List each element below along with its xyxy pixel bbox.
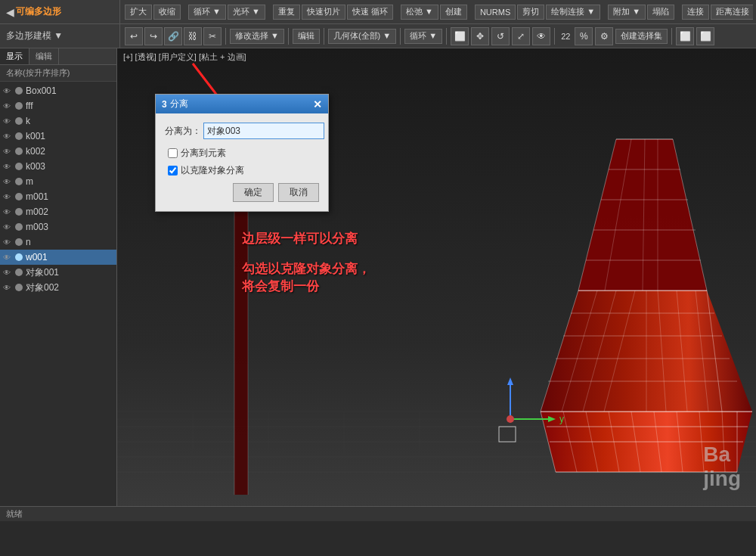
brand-back-icon[interactable]: ◀ (6, 6, 14, 18)
eye-icon[interactable]: 👁 (3, 223, 14, 231)
redo-icon[interactable]: ↪ (144, 27, 163, 45)
rotate-icon[interactable]: ↺ (491, 27, 510, 45)
list-item[interactable]: 👁k001 (0, 129, 116, 144)
list-item[interactable]: 👁k (0, 113, 116, 129)
extra-icon[interactable]: ✂ (203, 27, 222, 45)
relax-btn[interactable]: 松弛 ▼ (401, 5, 438, 20)
poly-model-label[interactable]: 多边形建模 ▼ (6, 30, 63, 42)
eye-icon[interactable]: 👁 (3, 117, 14, 126)
nurms-btn[interactable]: NURMS (475, 5, 516, 20)
list-item[interactable]: 👁k003 (0, 159, 116, 174)
list-item[interactable]: 👁m003 (0, 219, 116, 235)
attach-btn[interactable]: 附加 ▼ (608, 5, 646, 20)
eye-icon[interactable]: 👁 (3, 163, 14, 171)
quick-cut-btn[interactable]: 快速切片 (302, 5, 345, 20)
create-sel-btn[interactable]: 创建选择集 (615, 29, 668, 44)
list-item[interactable]: 👁fff (0, 98, 116, 113)
item-label: m001 (26, 191, 48, 202)
list-item[interactable]: 👁m001 (0, 189, 116, 204)
item-dot (15, 87, 23, 95)
percent-icon[interactable]: % (575, 27, 593, 45)
scale-icon[interactable]: ⤢ (512, 27, 530, 45)
sep9 (324, 28, 324, 45)
viewport-icon[interactable]: 👁 (532, 27, 550, 45)
move-icon[interactable]: ✥ (471, 27, 489, 45)
item-dot (15, 178, 23, 185)
eye-icon[interactable]: 👁 (3, 193, 14, 201)
cut-btn[interactable]: 剪切 (517, 5, 544, 20)
eye-icon[interactable]: 👁 (3, 87, 14, 95)
geometry-btn[interactable]: 几何体(全部) ▼ (328, 29, 396, 44)
edit-btn[interactable]: 编辑 (293, 29, 320, 44)
detach-clone-checkbox[interactable] (168, 166, 178, 175)
extra-icon2[interactable]: ⚙ (595, 27, 613, 45)
detach-dialog: 3 分离 ✕ 分离为： 分离到元素 以 (155, 94, 329, 212)
item-dot (15, 102, 23, 110)
select-icon[interactable]: ⬜ (451, 27, 469, 45)
eye-icon[interactable]: 👁 (3, 102, 14, 110)
tab-display[interactable]: 显示 (0, 48, 29, 64)
loop-btn2[interactable]: 循环 ▼ (404, 29, 442, 44)
dialog-close-button[interactable]: ✕ (313, 98, 322, 110)
list-item[interactable]: 👁w001 (0, 250, 116, 265)
collapse-btn[interactable]: 塌陷 (647, 5, 674, 20)
eye-icon[interactable]: 👁 (3, 178, 14, 186)
sep10 (400, 28, 401, 45)
item-label: w001 (26, 252, 48, 262)
list-item[interactable]: 👁m (0, 174, 116, 189)
tab-edit[interactable]: 编辑 (29, 48, 59, 64)
item-label: Box001 (26, 85, 57, 96)
item-dot (15, 208, 23, 216)
loop-btn[interactable]: 循环 ▼ (188, 5, 226, 20)
eye-icon[interactable]: 👁 (3, 253, 14, 262)
detach-to-element-checkbox[interactable] (168, 148, 178, 158)
array-icon[interactable]: ⬜ (696, 27, 714, 45)
dist-connect-btn[interactable]: 距离连接 (711, 5, 753, 20)
expand-btn[interactable]: 扩大 (125, 5, 152, 20)
unlink-icon[interactable]: ⛓ (184, 27, 202, 45)
list-item[interactable]: 👁k002 (0, 144, 116, 159)
eye-icon[interactable]: 👁 (3, 269, 14, 277)
list-item[interactable]: 👁Box001 (0, 83, 116, 98)
list-item[interactable]: 👁对象002 (0, 280, 116, 295)
eye-icon[interactable]: 👁 (3, 148, 14, 156)
item-label: k002 (26, 146, 45, 157)
dialog-buttons: 确定 取消 (165, 183, 319, 202)
repeat-btn[interactable]: 重复 (273, 5, 300, 20)
eye-icon[interactable]: 👁 (3, 238, 14, 247)
eye-icon[interactable]: 👁 (3, 132, 14, 141)
item-dot (15, 269, 23, 276)
dialog-titlebar[interactable]: 3 分离 ✕ (156, 95, 328, 113)
connect-btn[interactable]: 连接 (682, 5, 709, 20)
shrink-btn[interactable]: 收缩 (153, 5, 181, 20)
left-panel-tabs: 显示 编辑 (0, 48, 116, 65)
mirror-icon[interactable]: ⬜ (676, 27, 694, 45)
dialog-ok-button[interactable]: 确定 (233, 183, 274, 202)
toolbar-repeat-group: 重复 快速切片 快速 循环 (273, 5, 393, 20)
item-label: n (26, 237, 31, 247)
draw-connect-btn[interactable]: 绘制连接 ▼ (546, 5, 600, 20)
ring-btn[interactable]: 光环 ▼ (228, 5, 265, 20)
sep13 (671, 28, 672, 45)
list-item[interactable]: 👁对象001 (0, 265, 116, 280)
item-dot (15, 163, 23, 170)
item-label: k003 (26, 161, 45, 172)
modify-select-btn[interactable]: 修改选择 ▼ (230, 29, 284, 44)
checkbox2-label: 以克隆对象分离 (181, 164, 244, 177)
quick-loop-btn[interactable]: 快速 循环 (347, 5, 393, 20)
undo-icon[interactable]: ↩ (125, 27, 143, 45)
item-label: m003 (26, 222, 48, 232)
dialog-body: 分离为： 分离到元素 以克隆对象分离 确定 取消 (156, 113, 328, 211)
item-dot (15, 132, 23, 140)
eye-icon[interactable]: 👁 (3, 284, 14, 292)
list-item[interactable]: 👁n (0, 235, 116, 250)
item-dot (15, 193, 23, 200)
dialog-name-input[interactable] (203, 123, 324, 139)
create-btn[interactable]: 创建 (440, 5, 467, 20)
eye-icon[interactable]: 👁 (3, 208, 14, 216)
viewport[interactable]: y [+] [透视] [用户定义] [粘土 + 边画] 3 分离 ✕ (117, 48, 756, 506)
list-item[interactable]: 👁m002 (0, 204, 116, 219)
link-icon[interactable]: 🔗 (164, 27, 182, 45)
sep12 (554, 28, 555, 45)
dialog-cancel-button[interactable]: 取消 (278, 183, 319, 202)
